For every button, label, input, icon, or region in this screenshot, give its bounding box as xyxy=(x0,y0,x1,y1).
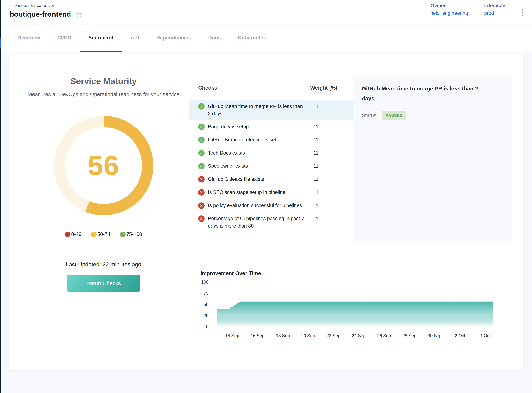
svg-text:18 Sep: 18 Sep xyxy=(276,333,290,338)
svg-text:14 Sep: 14 Sep xyxy=(225,333,239,338)
svg-text:16 Sep: 16 Sep xyxy=(251,333,264,338)
score-donut: 56 xyxy=(54,116,153,215)
tab-overview[interactable]: Overview xyxy=(9,25,49,52)
svg-text:20 Sep: 20 Sep xyxy=(301,333,315,338)
check-row[interactable]: ✓ GitHub Mean time to merge PR is less t… xyxy=(189,100,353,120)
more-options-kebab-icon[interactable] xyxy=(522,9,524,17)
improvement-chart-card: Improvement Over Time 025507510014 Sep16… xyxy=(189,252,512,357)
check-detail-title: GitHub Mean time to merge PR is less tha… xyxy=(362,84,488,103)
window-left-edge xyxy=(0,0,1,393)
svg-text:2 Oct: 2 Oct xyxy=(455,333,465,338)
tab-docs[interactable]: Docs xyxy=(200,25,229,52)
lifecycle-value: prod xyxy=(484,10,505,16)
svg-text:22 Sep: 22 Sep xyxy=(326,333,340,338)
check-detail-panel: GitHub Mean time to merge PR is less tha… xyxy=(353,76,512,243)
legend-dot-red xyxy=(65,231,70,237)
check-status-icon: ✓ xyxy=(198,123,205,130)
check-status-icon: ✕ xyxy=(198,202,205,209)
owner-value-link[interactable]: field_engineering xyxy=(431,10,468,16)
svg-text:0: 0 xyxy=(206,324,209,329)
page-title: boutique-frontend xyxy=(10,10,71,18)
page-header: COMPONENT — SERVICE boutique-frontend ☆ … xyxy=(0,0,532,24)
svg-text:100: 100 xyxy=(201,280,209,285)
header-meta: Owner field_engineering Lifecycle prod xyxy=(431,3,505,16)
rerun-checks-button[interactable]: Rerun Checks xyxy=(67,275,140,292)
scorecard-card: Service Maturity Measures all DevOps and… xyxy=(9,53,523,370)
svg-text:4 Oct: 4 Oct xyxy=(480,333,491,338)
score-value: 56 xyxy=(88,150,119,182)
favorite-star-icon[interactable]: ☆ xyxy=(75,10,83,18)
status-badge: PASSED xyxy=(382,111,406,120)
check-status-icon: ✓ xyxy=(198,137,205,143)
legend-item-low: 0-49 xyxy=(65,231,81,237)
improvement-area-chart: 025507510014 Sep16 Sep18 Sep20 Sep22 Sep… xyxy=(189,253,512,357)
check-row[interactable]: ✕ Percentage of CI pipelines passing in … xyxy=(189,212,353,232)
check-status-icon: ✕ xyxy=(198,216,205,222)
tab-scorecard[interactable]: Scorecard xyxy=(80,25,122,52)
check-status-icon: ✓ xyxy=(198,150,205,156)
check-row[interactable]: ✓ Pagerduty is setup 11 xyxy=(189,120,353,133)
tab-api[interactable]: API xyxy=(122,25,148,52)
status-label: Status: xyxy=(362,113,378,118)
check-status-icon: ✕ xyxy=(198,176,205,182)
legend-dot-green xyxy=(120,231,126,237)
tab-dependencies[interactable]: Dependencies xyxy=(148,25,200,52)
svg-text:75: 75 xyxy=(204,291,209,295)
scorecard-title: Service Maturity xyxy=(9,76,198,86)
legend-dot-yellow xyxy=(91,231,97,237)
legend-item-high: 75-100 xyxy=(120,231,142,237)
breadcrumb: COMPONENT — SERVICE xyxy=(10,4,60,8)
check-row[interactable]: ✓ Spec owner exists 11 xyxy=(189,159,353,173)
tab-cicd[interactable]: CI/CD xyxy=(49,25,80,52)
check-status-icon: ✓ xyxy=(198,163,205,169)
last-updated-text: Last Updated: 22 minutes ago xyxy=(9,261,198,268)
lifecycle-block: Lifecycle prod xyxy=(484,3,505,16)
owner-label: Owner xyxy=(431,3,468,9)
svg-text:30 Sep: 30 Sep xyxy=(428,333,442,338)
checks-panel: Checks Weight (%) ✓ GitHub Mean time to … xyxy=(189,76,512,243)
nav-active-indicator xyxy=(0,39,1,48)
score-legend: 0-49 50-74 75-100 xyxy=(9,231,198,237)
tab-kubernetes[interactable]: Kubernetes xyxy=(229,25,275,52)
check-status-icon: ✓ xyxy=(198,103,205,110)
checks-column-header: Checks xyxy=(198,85,310,91)
tabs-bar: Overview CI/CD Scorecard API Dependencie… xyxy=(0,25,532,52)
owner-block: Owner field_engineering xyxy=(431,3,468,16)
scorecard-subtitle: Measures all DevOps and Operational read… xyxy=(23,90,184,99)
svg-text:24 Sep: 24 Sep xyxy=(352,333,366,338)
legend-item-mid: 50-74 xyxy=(91,231,110,237)
check-status-icon: ✕ xyxy=(198,189,205,196)
check-row[interactable]: ✓ GitHub Branch protection is set 11 xyxy=(189,133,353,146)
check-row[interactable]: ✕ Is policy evaluation successful for pi… xyxy=(189,199,353,212)
svg-text:28 Sep: 28 Sep xyxy=(402,333,416,338)
weight-column-header: Weight (%) xyxy=(310,85,344,91)
check-row[interactable]: ✓ Tech Docs exists 11 xyxy=(189,146,353,159)
maturity-summary: Service Maturity Measures all DevOps and… xyxy=(9,53,198,292)
svg-text:25: 25 xyxy=(204,313,209,318)
check-row[interactable]: ✕ GitHub Gitleaks file exists 11 xyxy=(189,173,353,186)
check-row[interactable]: ✕ Is STO scan stage setup in pipeline 11 xyxy=(189,186,353,199)
svg-text:26 Sep: 26 Sep xyxy=(377,333,391,338)
svg-text:50: 50 xyxy=(204,302,209,307)
lifecycle-label: Lifecycle xyxy=(484,3,505,9)
checks-list: Checks Weight (%) ✓ GitHub Mean time to … xyxy=(189,76,353,243)
